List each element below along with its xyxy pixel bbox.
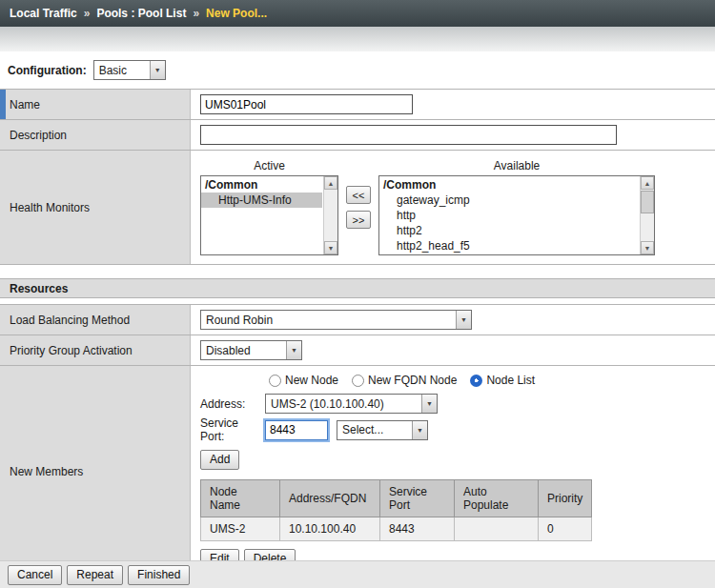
configuration-select-value: Basic	[99, 64, 150, 77]
list-item[interactable]: http	[379, 208, 639, 223]
col-priority: Priority	[539, 480, 592, 517]
move-to-available-button[interactable]: >>	[346, 211, 371, 229]
radio-label: New FQDN Node	[368, 374, 457, 387]
breadcrumb-pool-list[interactable]: Pools : Pool List	[96, 7, 186, 20]
description-input[interactable]	[200, 125, 617, 145]
load-balancing-label: Load Balancing Method	[10, 314, 130, 327]
col-auto-populate: Auto Populate	[455, 480, 539, 517]
resources-title: Resources	[10, 282, 68, 295]
address-select[interactable]: UMS-2 (10.10.100.40) ▼	[265, 394, 438, 414]
scroll-up-icon[interactable]: ▲	[641, 176, 654, 190]
service-port-label: Service Port:	[200, 416, 265, 443]
breadcrumb: Local Traffic » Pools : Pool List » New …	[0, 0, 715, 27]
configuration-label: Configuration:	[8, 64, 87, 77]
cell-address-fqdn: 10.10.100.40	[280, 517, 380, 541]
list-item[interactable]: gateway_icmp	[379, 193, 639, 208]
move-to-active-button[interactable]: <<	[346, 186, 371, 204]
service-port-select-value: Select...	[342, 423, 412, 436]
col-service-port: Service Port	[380, 480, 455, 517]
chevron-down-icon: ▼	[150, 61, 165, 79]
configuration-select[interactable]: Basic ▼	[93, 60, 166, 80]
health-monitors-row-label: Health Monitors	[0, 151, 191, 264]
scrollbar[interactable]: ▲ ▼	[323, 176, 337, 254]
footer-bar: Cancel Repeat Finished	[0, 560, 715, 588]
service-port-select[interactable]: Select... ▼	[337, 420, 428, 440]
members-table: Node Name Address/FQDN Service Port Auto…	[200, 479, 592, 541]
radio-new-fqdn-node[interactable]: New FQDN Node	[352, 374, 457, 387]
form-row-health-monitors: Health Monitors Active /Common Http-UMS-…	[0, 151, 715, 265]
cancel-button[interactable]: Cancel	[8, 565, 62, 585]
cell-service-port: 8443	[380, 517, 455, 541]
chevron-down-icon: ▼	[456, 311, 471, 329]
description-row-label: Description	[0, 120, 191, 150]
cell-node-name: UMS-2	[201, 517, 280, 541]
name-input[interactable]	[200, 94, 413, 114]
scrollbar-thumb[interactable]	[641, 191, 654, 213]
description-label: Description	[10, 129, 67, 142]
form-row-load-balancing: Load Balancing Method Round Robin ▼	[0, 305, 715, 335]
cell-priority: 0	[539, 517, 592, 541]
health-monitors-label: Health Monitors	[10, 201, 90, 214]
name-row-label: Name	[0, 90, 191, 119]
priority-group-label: Priority Group Activation	[10, 344, 133, 357]
breadcrumb-current-page: New Pool...	[206, 7, 267, 20]
general-properties-table: Name Description Health Monitors Active …	[0, 89, 715, 265]
load-balancing-row-label: Load Balancing Method	[0, 305, 191, 335]
radio-unselected-icon	[269, 375, 281, 387]
available-list-title: Available	[378, 157, 655, 175]
list-item[interactable]: http2_head_f5	[379, 238, 639, 253]
col-node-name: Node Name	[201, 480, 280, 517]
priority-group-select[interactable]: Disabled ▼	[200, 340, 302, 360]
list-item[interactable]: /Common	[379, 177, 639, 193]
radio-label: New Node	[285, 374, 338, 387]
node-type-radio-group: New Node New FQDN Node Node List	[269, 374, 705, 387]
table-row[interactable]: UMS-2 10.10.100.40 8443 0	[201, 517, 592, 541]
breadcrumb-separator-icon: »	[84, 7, 91, 20]
load-balancing-select[interactable]: Round Robin ▼	[200, 310, 472, 330]
service-port-field-line: Service Port: Select... ▼	[200, 416, 705, 443]
resources-table: Load Balancing Method Round Robin ▼ Prio…	[0, 304, 715, 578]
chevron-down-icon: ▼	[421, 395, 437, 413]
available-monitors-listbox[interactable]: /Common gateway_icmp http http2 http2_he…	[378, 175, 655, 255]
priority-group-row-label: Priority Group Activation	[0, 335, 191, 365]
list-item[interactable]: /Common	[201, 177, 322, 193]
radio-selected-icon	[470, 375, 482, 387]
breadcrumb-local-traffic[interactable]: Local Traffic	[10, 7, 77, 20]
active-monitors-listbox[interactable]: /Common Http-UMS-Info ▲ ▼	[200, 175, 338, 255]
toolbar-strip	[0, 27, 715, 51]
chevron-down-icon: ▼	[286, 341, 301, 359]
form-row-description: Description	[0, 120, 715, 151]
breadcrumb-separator-icon: »	[193, 7, 199, 20]
resources-section-header: Resources	[0, 278, 715, 298]
repeat-button[interactable]: Repeat	[67, 565, 123, 585]
address-select-value: UMS-2 (10.10.100.40)	[271, 397, 421, 411]
list-item-selected[interactable]: Http-UMS-Info	[201, 193, 322, 208]
scroll-down-icon[interactable]: ▼	[324, 241, 337, 254]
priority-group-select-value: Disabled	[206, 344, 286, 357]
address-field-line: Address: UMS-2 (10.10.100.40) ▼	[200, 394, 705, 414]
chevron-down-icon: ▼	[412, 421, 427, 439]
address-label: Address:	[200, 397, 265, 411]
configuration-row: Configuration: Basic ▼	[0, 51, 715, 89]
scrollbar[interactable]: ▲ ▼	[640, 176, 654, 254]
load-balancing-select-value: Round Robin	[206, 314, 456, 327]
cell-auto-populate	[455, 517, 539, 541]
add-button[interactable]: Add	[200, 450, 239, 470]
radio-label: Node List	[486, 374, 535, 387]
new-members-row-label: New Members	[0, 366, 191, 578]
active-list-title: Active	[200, 157, 338, 175]
members-table-header-row: Node Name Address/FQDN Service Port Auto…	[201, 480, 592, 517]
col-address-fqdn: Address/FQDN	[280, 480, 380, 517]
name-label: Name	[10, 98, 40, 112]
radio-new-node[interactable]: New Node	[269, 374, 338, 387]
radio-node-list[interactable]: Node List	[470, 374, 535, 387]
form-row-name: Name	[0, 90, 715, 120]
scroll-down-icon[interactable]: ▼	[641, 241, 654, 254]
form-row-new-members: New Members New Node New FQDN Node Node …	[0, 366, 715, 578]
form-row-priority-group: Priority Group Activation Disabled ▼	[0, 335, 715, 366]
list-item[interactable]: http2	[379, 223, 639, 238]
finished-button[interactable]: Finished	[128, 565, 190, 585]
scroll-up-icon[interactable]: ▲	[324, 176, 337, 190]
new-members-label: New Members	[10, 465, 83, 478]
service-port-input[interactable]	[265, 420, 328, 440]
